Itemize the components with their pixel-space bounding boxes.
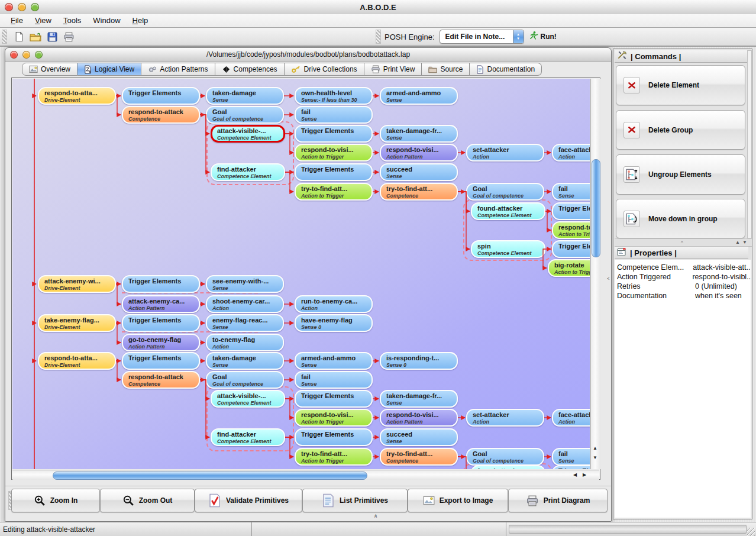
panel-collapse-icon[interactable]: ^ — [606, 277, 612, 280]
diagram-node-armed-and-ammo[interactable]: armed-and-ammoSense — [380, 87, 458, 105]
menu-file[interactable]: File — [5, 14, 29, 27]
diagram-node-goal[interactable]: GoalGoal of competence — [466, 448, 544, 466]
diagram-node-try-to-find-att[interactable]: try-to-find-att...Competence — [380, 448, 458, 466]
list-primitives-button[interactable]: List Primitives — [302, 489, 408, 512]
tab-drive-collections[interactable]: Drive Collections — [285, 63, 364, 76]
diagram-node-see-enemy-with[interactable]: see-enemy-with-...Sense — [206, 275, 284, 293]
tab-documentation[interactable]: Documentation — [470, 63, 542, 76]
diagram-node-have-enemy-flag[interactable]: have-enemy-flagSense 0 — [295, 314, 373, 332]
diagram-node-set-attacker[interactable]: set-attackerAction — [466, 144, 544, 162]
open-folder-button[interactable] — [29, 30, 42, 43]
diagram-node-respond-to-attack[interactable]: respond-to-attackCompetence — [122, 371, 200, 389]
diagram-node-try-to-find-att[interactable]: try-to-find-att...Competence — [380, 183, 458, 201]
diagram-node-attack-enemy-wi[interactable]: attack-enemy-wi...Drive-Element — [38, 275, 116, 293]
scroll-right-icon[interactable]: ▶ — [580, 471, 589, 479]
splitter-collapse-icon[interactable]: ^ — [681, 240, 683, 245]
menu-tools[interactable]: Tools — [57, 14, 87, 27]
diagram-node-trigger-elements[interactable]: Trigger Elements — [295, 428, 373, 446]
diagram-node-trigger-elements[interactable]: Trigger Elements — [122, 352, 200, 370]
diagram-node-trigger-elements[interactable]: Trigger Elements — [295, 390, 373, 408]
toolbar-drag-handle[interactable] — [2, 30, 7, 44]
tab-source[interactable]: Source — [422, 63, 470, 76]
diagram-node-big-rotate[interactable]: big-rotateAction to Trigger — [548, 259, 590, 277]
tab-overview[interactable]: Overview — [22, 63, 77, 76]
print-button[interactable] — [62, 30, 75, 43]
diagram-node-face-attacker[interactable]: face-attackerAction — [552, 409, 590, 427]
delete-element-button[interactable]: Delete Element — [616, 65, 745, 105]
tab-print-view[interactable]: Print View — [364, 63, 422, 76]
diagram-node-taken-damage[interactable]: taken-damageSense — [206, 352, 284, 370]
commands-scrollbar[interactable] — [747, 50, 752, 238]
scroll-down-icon[interactable]: ▼ — [591, 454, 599, 462]
move-down-in-group-button[interactable]: Move down in group — [616, 199, 745, 238]
zoom-out-button[interactable]: Zoom Out — [100, 489, 195, 512]
toolbar-drag-handle[interactable] — [376, 30, 381, 44]
diagram-node-try-to-find-att[interactable]: try-to-find-att...Action to Trigger — [295, 183, 373, 201]
run-button[interactable]: Run! — [529, 31, 557, 43]
diagram-node-respond-to-visi[interactable]: respond-to-visi...Action Pattern — [380, 144, 458, 162]
diagram-node-goal[interactable]: GoalGoal of competence — [466, 183, 544, 201]
tab-action-patterns[interactable]: Action Patterns — [141, 63, 215, 76]
diagram-node-respond-to-attack[interactable]: respond-to-attackCompetence — [122, 106, 200, 124]
horizontal-scrollbar-thumb[interactable] — [53, 472, 367, 480]
diagram-node-attack-visible[interactable]: attack-visible-...Competence Element — [211, 390, 285, 408]
diagram-node-found-attacker[interactable]: found-attackerCompetence Element — [471, 202, 545, 220]
diagram-canvas[interactable]: respond-to-atta...Drive-ElementTrigger E… — [12, 79, 590, 469]
diagram-node-succeed[interactable]: succeedSense — [380, 428, 458, 446]
diagram-node-find-attacker[interactable]: find-attackerCompetence Element — [211, 428, 285, 446]
validate-primitives-button[interactable]: Validate Primitives — [195, 489, 302, 512]
diagram-node-run-to-enemy-ca[interactable]: run-to-enemy-ca...Action — [295, 295, 373, 313]
diagram-node-is-responding-t[interactable]: is-responding-t...Sense 0 — [380, 352, 458, 370]
diagram-node-respond-to-atta[interactable]: respond-to-atta...Drive-Element — [38, 87, 116, 105]
new-document-button[interactable] — [12, 30, 25, 43]
diagram-node-respond-to-atta[interactable]: respond-to-atta...Drive-Element — [38, 352, 116, 370]
menu-view[interactable]: View — [29, 14, 57, 27]
export-to-image-button[interactable]: Export to Image — [408, 489, 508, 512]
diagram-node-respond-to-visi[interactable]: respond-to-visi...Action to Trigger — [552, 221, 590, 239]
diagram-node-succeed[interactable]: succeedSense — [380, 163, 458, 181]
diagram-node-spin[interactable]: spinCompetence Element — [471, 240, 545, 258]
scroll-up-icon[interactable]: ▲ — [591, 444, 599, 453]
save-button[interactable] — [46, 30, 59, 43]
diagram-node-attack-enemy-ca[interactable]: attack-enemy-ca...Action Pattern — [122, 295, 200, 313]
vertical-scrollbar[interactable]: ▲ ▼ — [590, 79, 600, 469]
diagram-node-trigger-elements[interactable]: Trigger Elements — [122, 275, 200, 293]
diagram-node-own-health-level[interactable]: own-health-levelSense:- If less than 30 — [295, 87, 373, 105]
diagram-node-try-to-find-att[interactable]: try-to-find-att...Action to Trigger — [295, 448, 373, 466]
scroll-left-icon[interactable]: ◀ — [571, 471, 579, 479]
scroll-down-icon[interactable]: ▼ — [742, 240, 747, 245]
diagram-node-trigger-elements[interactable]: Trigger Elements — [122, 87, 200, 105]
splitter-collapse-icon[interactable]: ^ — [374, 514, 377, 519]
diagram-node-find-attacker[interactable]: find-attackerCompetence Element — [211, 163, 285, 181]
diagram-node-goal[interactable]: GoalGoal of competence — [206, 371, 284, 389]
diagram-node-trigger-elements[interactable]: Trigger Elements — [552, 240, 590, 258]
horizontal-scrollbar[interactable]: ◀ ▶ — [12, 470, 599, 480]
diagram-node-trigger-elements[interactable]: Trigger Elements — [295, 163, 373, 181]
diagram-node-go-to-enemy-flag[interactable]: go-to-enemy-flagAction Pattern — [122, 334, 200, 351]
diagram-node-respond-to-visi[interactable]: respond-to-visi...Action to Trigger — [295, 409, 373, 427]
diagram-node-fail[interactable]: failSense — [295, 371, 373, 389]
diagram-node-shoot-enemy-car[interactable]: shoot-enemy-car...Action — [206, 295, 284, 313]
diagram-node-respond-to-visi[interactable]: respond-to-visi...Action to Trigger — [295, 144, 373, 162]
diagram-node-trigger-elements[interactable]: Trigger Elements — [552, 465, 590, 469]
diagram-node-to-enemy-flag[interactable]: to-enemy-flagAction — [206, 334, 284, 351]
tab-logical-view[interactable]: Logical View — [77, 63, 141, 76]
diagram-node-attack-visible[interactable]: attack-visible-...Competence Element — [211, 125, 285, 143]
diagram-node-set-attacker[interactable]: set-attackerAction — [466, 409, 544, 427]
print-diagram-button[interactable]: Print Diagram — [508, 489, 608, 512]
stepper-icon[interactable]: ▲▼ — [513, 30, 524, 43]
diagram-node-take-enemy-flag[interactable]: take-enemy-flag...Drive-Element — [38, 314, 116, 332]
diagram-node-armed-and-ammo[interactable]: armed-and-ammoSense — [295, 352, 373, 370]
vertical-scrollbar-thumb[interactable] — [592, 159, 600, 257]
diagram-node-taken-damage-fr[interactable]: taken-damage-fr...Sense — [380, 125, 458, 143]
diagram-node-goal[interactable]: GoalGoal of competence — [206, 106, 284, 124]
panel-splitter[interactable]: ^ ▲ ▼ — [615, 238, 752, 247]
tab-competences[interactable]: Competences — [215, 63, 285, 76]
diagram-node-fail[interactable]: failSense — [552, 183, 590, 201]
menu-help[interactable]: Help — [127, 14, 154, 27]
diagram-node-fail[interactable]: failSense — [552, 448, 590, 466]
diagram-node-trigger-elements[interactable]: Trigger Elements — [552, 202, 590, 220]
diagram-node-fail[interactable]: failSense — [295, 106, 373, 124]
diagram-node-found-attacker[interactable]: found-attackerCompetence Element — [471, 465, 545, 469]
diagram-node-face-attacker[interactable]: face-attackerAction — [552, 144, 590, 162]
